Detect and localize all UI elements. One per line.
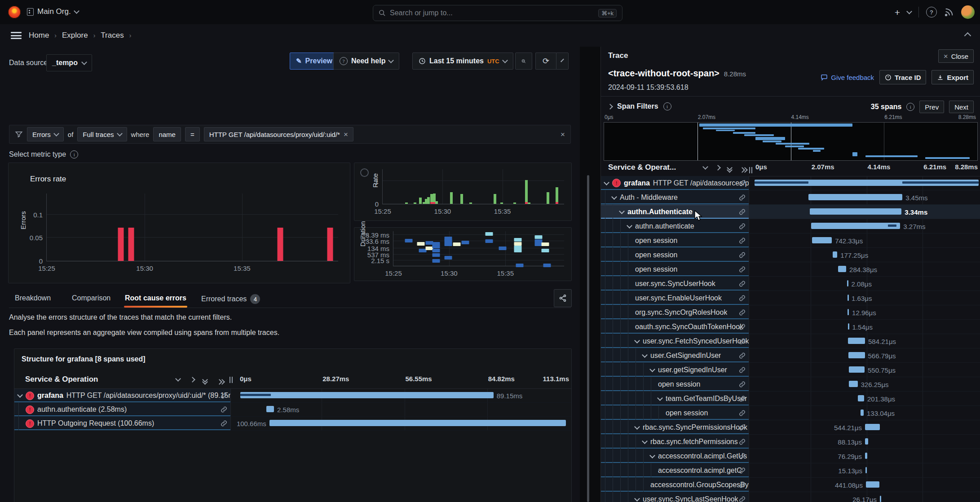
span-bar[interactable] (833, 251, 837, 258)
rate-bar[interactable] (414, 203, 416, 204)
error-bar[interactable] (278, 228, 283, 261)
rate-bar[interactable] (500, 203, 503, 204)
heatmap-cell[interactable] (433, 253, 440, 257)
rate-chart[interactable]: 1015:2515:3015:35 (382, 169, 564, 204)
link-icon[interactable] (739, 251, 746, 258)
span-bar[interactable] (266, 406, 274, 412)
link-icon[interactable] (739, 266, 746, 273)
field-chip[interactable]: name (153, 127, 181, 141)
link-icon[interactable] (739, 453, 746, 459)
collapse-one-icon[interactable] (702, 164, 708, 170)
span-bar[interactable] (858, 395, 864, 401)
grafana-logo-icon[interactable] (8, 6, 21, 18)
span-name-cell[interactable]: rbac.sync.fetchPermissions (601, 435, 749, 449)
duration-chart[interactable]: 2.15 s537 ms134 ms33.6 ms8.39 ms15:2515:… (393, 231, 564, 266)
heatmap-cell[interactable] (516, 264, 524, 267)
span-name-cell[interactable]: open session (601, 406, 749, 420)
span-row[interactable]: authn.Authenticate3.34ms (601, 205, 980, 219)
error-bar[interactable] (128, 228, 134, 261)
span-bar[interactable] (880, 496, 881, 502)
span-name-cell[interactable]: open session (601, 248, 749, 262)
heatmap-cell[interactable] (453, 242, 460, 246)
rate-bar[interactable] (556, 187, 558, 204)
span-name-cell[interactable]: !authn.authenticate (2.58ms) (14, 403, 231, 416)
span-name-cell[interactable]: !HTTP Outgoing Request (100.66ms) (14, 417, 231, 430)
collapse-all-icon[interactable] (728, 163, 732, 172)
rate-bar[interactable] (528, 203, 530, 204)
minimap-handle[interactable] (791, 123, 791, 160)
tab-breakdown[interactable]: Breakdown (15, 294, 51, 302)
heatmap-cell[interactable] (535, 235, 543, 239)
link-icon[interactable] (739, 208, 746, 215)
breadcrumb-item[interactable]: Home (29, 31, 49, 40)
span-row[interactable]: org.sync.SyncOrgRolesHook12.96μs (601, 305, 980, 320)
heatmap-cell[interactable] (514, 249, 522, 252)
span-row[interactable]: rbac.sync.fetchPermissions88.13μs (601, 435, 980, 449)
link-icon[interactable] (739, 366, 746, 373)
span-row[interactable]: accesscontrol.acimpl.GetUs76.29μs (601, 449, 980, 463)
heatmap-cell[interactable] (485, 239, 493, 243)
span-row[interactable]: accesscontrol.acimpl.getC15.13μs (601, 463, 980, 478)
span-name-cell[interactable]: user.sync.SyncUserHook (601, 277, 749, 291)
need-help-button[interactable]: ? Need help (333, 53, 399, 70)
span-row[interactable]: user.sync.SyncUserHook2.08μs (601, 277, 980, 291)
span-name-cell[interactable]: team.GetTeamIDsByUser (601, 392, 749, 405)
span-bar[interactable] (810, 208, 902, 215)
span-bar[interactable] (269, 420, 566, 426)
heatmap-cell[interactable] (444, 256, 452, 260)
span-row[interactable]: !grafanaHTTP GET /api/datasources/proxy/… (14, 389, 571, 403)
chevron-down-icon[interactable] (17, 392, 23, 398)
span-row[interactable]: open session177.25μs (601, 248, 980, 262)
tab-comparison[interactable]: Comparison (72, 294, 110, 302)
chevron-down-icon[interactable] (657, 395, 663, 401)
span-bar[interactable] (808, 194, 903, 200)
link-icon[interactable] (739, 395, 746, 402)
span-name-cell[interactable]: accesscontrol.GroupScopesBy (601, 478, 749, 492)
span-name-cell[interactable]: open session (601, 233, 749, 247)
span-row[interactable]: Auth - Middleware3.45ms (601, 190, 980, 205)
span-row[interactable]: !grafanaHTTP GET /api/datasources/pr (601, 176, 980, 190)
menu-icon[interactable] (11, 32, 22, 39)
chevron-down-icon[interactable] (619, 208, 625, 214)
chevron-down-icon[interactable] (634, 424, 640, 430)
next-button[interactable]: Next (949, 101, 974, 113)
span-bar[interactable] (865, 438, 868, 445)
span-name-cell[interactable]: user.GetSignedInUser (601, 348, 749, 362)
span-row[interactable]: user.GetSignedInUser566.79μs (601, 348, 980, 363)
chevron-down-icon[interactable] (611, 194, 617, 200)
rate-bar[interactable] (427, 197, 430, 204)
heatmap-cell[interactable] (485, 232, 493, 236)
span-row[interactable]: user.sync.SyncLastSeenHook26.17μs (601, 492, 980, 502)
span-name-cell[interactable]: !grafanaHTTP GET /api/datasources/pr (601, 176, 749, 190)
expand-one-icon[interactable] (715, 165, 721, 171)
help-icon[interactable]: ? (926, 7, 937, 18)
heatmap-cell[interactable] (417, 242, 424, 246)
span-name-cell[interactable]: accesscontrol.acimpl.getC (601, 463, 749, 477)
heatmap-cell[interactable] (514, 238, 522, 242)
traces-select[interactable]: Full traces (77, 127, 127, 141)
link-icon[interactable] (221, 420, 227, 427)
rate-bar[interactable] (450, 192, 453, 204)
close-icon[interactable]: × (344, 131, 348, 138)
span-bar[interactable] (848, 338, 865, 344)
span-bar[interactable] (849, 366, 865, 373)
span-bar[interactable] (838, 266, 846, 272)
span-row[interactable]: accesscontrol.GroupScopesBy441.08μs (601, 478, 980, 492)
span-name-cell[interactable]: accesscontrol.acimpl.GetUs (601, 449, 749, 463)
span-row[interactable]: open session742.33μs (601, 233, 980, 248)
span-name-cell[interactable]: user.getSignedInUser (601, 363, 749, 377)
zoom-out-button[interactable] (515, 53, 532, 70)
span-bar[interactable] (865, 467, 867, 473)
minimap-handle[interactable] (697, 123, 698, 160)
span-row[interactable]: rbac.sync.SyncPermissionsHook544.21μs (601, 420, 980, 435)
time-range-picker[interactable]: Last 15 minutes UTC (412, 53, 513, 70)
span-bar[interactable] (755, 180, 979, 186)
span-bar[interactable] (849, 381, 858, 387)
link-icon[interactable] (739, 280, 746, 287)
error-bar[interactable] (327, 228, 333, 261)
link-icon[interactable] (739, 223, 746, 229)
span-row[interactable]: user.sync.FetchSyncedUserHook584.21μs (601, 334, 980, 348)
heatmap-cell[interactable] (542, 242, 549, 246)
span-name-cell[interactable]: !grafanaHTTP GET /api/datasources/proxy/… (14, 389, 231, 402)
span-bar[interactable] (848, 295, 849, 301)
